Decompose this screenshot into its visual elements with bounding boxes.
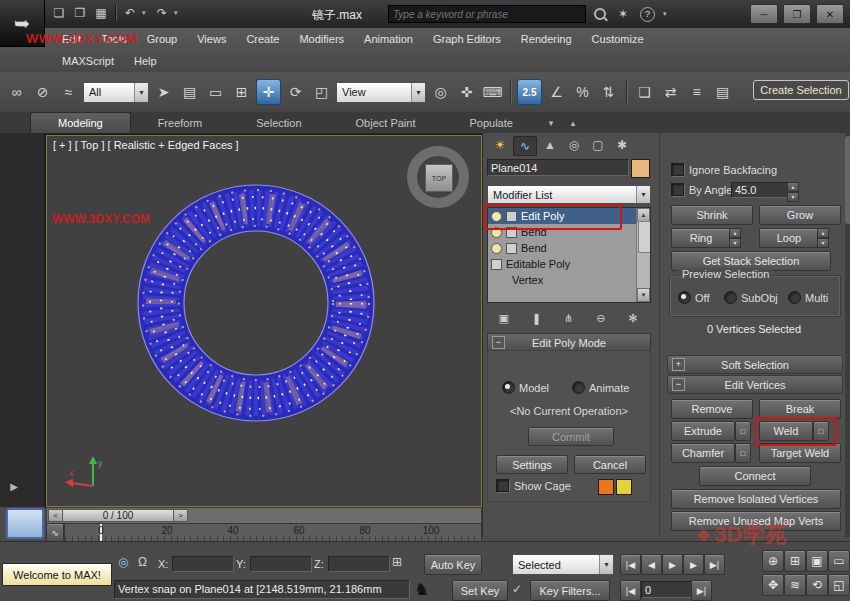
zoom-region-button[interactable]: ▭ [828,550,850,572]
radio-preview-off[interactable]: Off [678,291,709,304]
viewport-top[interactable]: [ + ] [ Top ] [ Realistic + Edged Faces … [46,135,482,507]
display-tab-icon[interactable]: ▢ [587,136,609,154]
tab-freeform[interactable]: Freeform [131,113,230,133]
hierarchy-tab-icon[interactable]: ▲ [539,136,561,154]
tab-object-paint[interactable]: Object Paint [329,113,443,133]
expand-strip-icon[interactable]: ▶ [6,478,22,494]
welcome-to-max-button[interactable]: Welcome to MAX! [2,563,112,586]
make-unique-icon[interactable]: ⋔ [564,312,573,325]
time-slider[interactable]: < 0 / 100 > [46,507,482,524]
menu-modifiers[interactable]: Modifiers [289,28,354,50]
connect-button[interactable]: Connect [699,466,811,486]
modify-tab-icon[interactable]: ∿ [513,136,537,156]
y-coordinate-field[interactable] [250,556,312,572]
stack-scrollbar[interactable]: ▲ ▼ [636,208,650,302]
shrink-button[interactable]: Shrink [671,205,753,225]
by-angle-checkbox[interactable]: By Angle: [671,183,735,196]
redo-icon[interactable]: ↷ [153,4,171,22]
menu-group[interactable]: Group [137,28,188,50]
bind-to-space-warp-icon[interactable]: ≈ [57,80,80,104]
open-mini-curve-editor-button[interactable]: ∿ [46,523,64,542]
viewcube[interactable]: TOP [407,146,469,208]
pin-stack-icon[interactable]: ▣ [498,312,508,325]
spin-up-icon[interactable]: ▴ [787,182,799,192]
angle-snap-icon[interactable]: ∠ [545,80,568,104]
set-key-button[interactable]: Set Key [452,580,508,601]
key-check-icon[interactable]: ✓ [512,582,522,596]
extrude-settings-icon[interactable]: □ [735,421,751,441]
rollout-soft-selection[interactable]: + Soft Selection [667,355,843,374]
next-frame-arrow[interactable]: > [173,509,188,522]
torus-object[interactable] [125,172,387,434]
remove-isolated-vertices-button[interactable]: Remove Isolated Vertices [671,489,841,509]
collapse-icon[interactable]: − [672,378,685,391]
previous-frame-arrow[interactable]: < [48,509,63,522]
undo-dropdown-icon[interactable]: ▾ [142,9,150,17]
radio-preview-multi[interactable]: Multi [788,291,828,304]
spin-up-icon[interactable]: ▴ [729,228,741,238]
viewcube-top-face[interactable]: TOP [425,164,453,192]
next-frame-button[interactable]: ▶ [683,554,704,575]
play-button[interactable]: ▶ [662,554,683,575]
orbit-button[interactable]: ⟲ [806,574,828,596]
save-file-icon[interactable]: ▦ [92,4,110,22]
pan-button[interactable]: ✥ [762,574,784,596]
select-and-rotate-icon[interactable]: ⟳ [284,80,307,104]
edit-named-selections-icon[interactable]: ❏ [633,80,656,104]
maximize-button[interactable]: ❐ [783,4,811,24]
grow-button[interactable]: Grow [759,205,841,225]
loop-button[interactable]: Loop [759,228,819,248]
configure-modifier-sets-icon[interactable]: ✻ [628,312,637,325]
isolate-selection-icon[interactable]: ◎ [118,555,128,569]
ribbon-minimize-icon[interactable]: ▴ [562,113,584,133]
expand-icon[interactable]: + [672,358,685,371]
tab-selection[interactable]: Selection [229,113,328,133]
viewport-label[interactable]: [ + ] [ Top ] [ Realistic + Edged Faces … [53,139,239,151]
stack-item-vertex[interactable]: Vertex [488,272,651,288]
spin-down-icon[interactable]: ▾ [787,192,799,202]
target-weld-button[interactable]: Target Weld [759,443,841,463]
reference-coordinate-dropdown[interactable]: View ▾ [336,82,426,103]
menu-animation[interactable]: Animation [354,28,423,50]
create-tab-icon[interactable]: ☀ [489,136,511,154]
select-object-icon[interactable]: ➤ [152,80,175,104]
utilities-tab-icon[interactable]: ✱ [611,136,633,154]
infocenter-dropdown-icon[interactable]: ▾ [663,10,671,18]
collapse-icon[interactable]: − [492,336,505,349]
scroll-down-icon[interactable]: ▼ [637,288,650,302]
menu-views[interactable]: Views [187,28,236,50]
loop-spinner[interactable]: ▴ ▾ [817,228,829,246]
go-to-end-button[interactable]: ▶| [704,554,725,575]
ring-spinner[interactable]: ▴ ▾ [729,228,741,246]
tab-modeling[interactable]: Modeling [30,112,131,133]
break-button[interactable]: Break [759,399,841,419]
time-slider-handle[interactable]: 0 / 100 [62,509,174,522]
remove-modifier-icon[interactable]: ⊖ [596,312,605,325]
search-input[interactable] [388,5,586,23]
spinner-snap-icon[interactable]: ⇅ [597,80,620,104]
z-coordinate-field[interactable] [328,556,390,572]
selection-lock-icon[interactable]: Ω [138,555,147,569]
scroll-up-icon[interactable]: ▲ [637,208,650,222]
chamfer-settings-icon[interactable]: □ [735,443,751,463]
menu-rendering[interactable]: Rendering [511,28,582,50]
open-file-icon[interactable]: ❐ [71,4,89,22]
motion-tab-icon[interactable]: ◎ [563,136,585,154]
percent-snap-icon[interactable]: % [571,80,594,104]
modifier-enable-icon[interactable] [491,243,502,254]
by-angle-field[interactable] [731,182,789,198]
menu-maxscript[interactable]: MAXScript [52,50,124,72]
chamfer-button[interactable]: Chamfer [671,443,735,463]
track-bar[interactable]: 0 20 40 60 80 100 [64,523,482,542]
go-to-start-button[interactable]: |◀ [620,554,641,575]
zoom-extents-button[interactable]: ▣ [806,550,828,572]
cage-selected-color-swatch[interactable] [616,479,632,495]
selected-set-dropdown[interactable]: Selected ▾ [512,554,614,575]
communication-center-icon[interactable]: ✶ [614,5,632,23]
layer-manager-icon[interactable]: ▤ [711,80,734,104]
align-icon[interactable]: ≡ [685,80,708,104]
radio-preview-subobj[interactable]: SubObj [724,291,778,304]
new-file-icon[interactable]: ❏ [50,4,68,22]
cage-color-swatch[interactable] [598,479,614,495]
spin-down-icon[interactable]: ▾ [729,238,741,248]
